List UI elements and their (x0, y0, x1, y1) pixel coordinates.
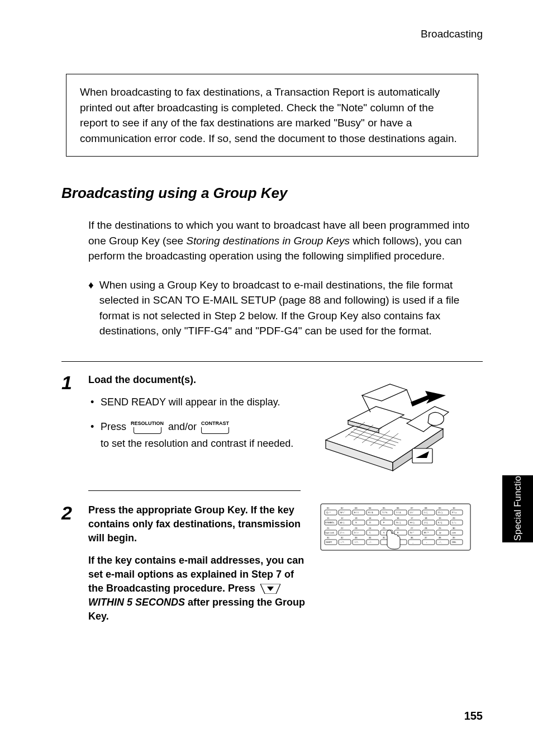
fax-machine-illustration (317, 373, 451, 474)
resolution-key-icon: RESOLUTION (131, 421, 164, 434)
step-1-b2-suffix: to set the resolution and contrast if ne… (101, 436, 293, 451)
intro-paragraph: If the destinations to which you want to… (88, 218, 483, 264)
step-2-heading-b: If the key contains e-mail addresses, yo… (88, 554, 306, 624)
svg-text:M / ?: M / ? (424, 532, 429, 534)
svg-text:17: 17 (411, 517, 413, 519)
svg-text:/ / \: / / \ (355, 541, 358, 544)
keyboard-illustration: 01020304050607080910 Q / !W / "E / #R / … (317, 503, 474, 632)
svg-line-7 (407, 390, 412, 404)
svg-text:DEL: DEL (452, 541, 457, 544)
svg-text:09: 09 (439, 507, 441, 509)
svg-rect-97 (367, 530, 379, 535)
header-section: Broadcasting (61, 28, 483, 40)
keyboard-icon: 01020304050607080910 Q / !W / "E / #R / … (320, 503, 471, 551)
svg-text:Caps Lock: Caps Lock (325, 532, 334, 534)
svg-text:05: 05 (383, 507, 386, 509)
svg-text:SYMBOL: SYMBOL (325, 521, 335, 524)
svg-text:Z / <: Z / < (340, 532, 344, 534)
svg-text:18: 18 (425, 517, 427, 519)
step-1-2-divider (88, 490, 301, 491)
svg-text:O / ): O / ) (438, 511, 442, 514)
svg-text:I / (: I / ( (424, 511, 427, 514)
svg-text:W / ": W / " (340, 511, 345, 514)
svg-marker-18 (411, 391, 446, 407)
svg-text:24: 24 (369, 527, 372, 530)
contrast-key-label: CONTRAST (201, 421, 229, 426)
svg-text:06: 06 (397, 507, 399, 509)
svg-text:10: 10 (453, 507, 455, 509)
svg-text:. / ,: . / , (439, 541, 442, 544)
svg-text:11: 11 (327, 517, 330, 519)
svg-text:@: @ (439, 532, 441, 534)
step-1-bullet-1: SEND READY will appear in the display. (101, 395, 306, 409)
svg-text:L / +: L / + (452, 521, 456, 524)
svg-text:.com: .com (451, 532, 456, 534)
svg-text:20: 20 (453, 517, 455, 519)
svg-text:K / ]: K / ] (438, 521, 442, 524)
step-1: 1 Load the document(s). SEND READY will … (61, 373, 483, 474)
svg-text:16: 16 (397, 517, 399, 519)
step-2-heading-a: Press the appropriate Group Key. If the … (88, 503, 306, 546)
step-2-number: 2 (61, 503, 77, 632)
step-1-number: 1 (61, 373, 77, 474)
svg-text:33: 33 (355, 536, 358, 539)
page-number: 155 (464, 710, 483, 722)
svg-text:28: 28 (425, 527, 427, 530)
section-title: Broadcasting using a Group Key (61, 185, 483, 202)
svg-text:36: 36 (411, 536, 413, 539)
svg-text:22: 22 (341, 527, 344, 530)
svg-text:38: 38 (439, 536, 441, 539)
svg-text:U / ': U / ' (410, 511, 414, 514)
svg-marker-5 (362, 384, 407, 401)
svg-text:35: 35 (383, 536, 386, 539)
svg-text:12: 12 (341, 517, 344, 519)
svg-text:15: 15 (383, 517, 386, 519)
svg-text:D: D (369, 521, 371, 524)
side-tab-label: 6. Special Functions (512, 466, 524, 551)
svg-rect-67 (367, 520, 379, 525)
svg-text:13: 13 (355, 517, 358, 519)
note-box: When broadcasting to fax destinations, a… (66, 74, 478, 157)
svg-text:04: 04 (369, 507, 372, 509)
svg-text:SHIFT: SHIFT (326, 541, 332, 544)
svg-text:S: S (355, 521, 357, 524)
svg-text:J / [: J / [ (424, 521, 428, 524)
svg-text:25: 25 (383, 527, 386, 530)
svg-text:E / #: E / # (354, 511, 359, 514)
down-arrow-key-icon (260, 584, 280, 594)
svg-text:21: 21 (327, 527, 330, 530)
svg-text:X / >: X / > (354, 532, 359, 534)
intro-italic-ref: Storing destinations in Group Keys (186, 235, 350, 247)
steps-separator (61, 361, 483, 362)
svg-text:C: C (369, 532, 371, 534)
step-1-bullet-2: Press RESOLUTION and/or CONTRAST to set … (101, 419, 306, 451)
svg-text:34: 34 (369, 536, 372, 539)
svg-text:19: 19 (439, 517, 441, 519)
chapter-side-tab: 6. Special Functions (502, 475, 533, 542)
svg-text:; / :: ; / : (369, 541, 372, 544)
svg-text:23: 23 (355, 527, 358, 530)
contrast-key-icon: CONTRAST (201, 421, 229, 434)
svg-text:02: 02 (341, 507, 344, 509)
step-2: 2 Press the appropriate Group Key. If th… (61, 503, 483, 632)
svg-text:~ / ^: ~ / ^ (340, 541, 344, 544)
svg-text:29: 29 (439, 527, 441, 530)
svg-text:N / *: N / * (410, 532, 415, 534)
svg-text:26: 26 (397, 527, 399, 530)
diamond-icon: ♦ (88, 277, 94, 339)
svg-text:07: 07 (411, 507, 413, 509)
svg-rect-68 (380, 520, 393, 525)
svg-text:31: 31 (327, 536, 330, 539)
fax-machine-icon (317, 373, 451, 474)
svg-text:Y / &: Y / & (396, 511, 401, 514)
svg-rect-129 (422, 540, 435, 545)
step-2-b-ital: WITHIN 5 SECONDS (88, 597, 185, 608)
step-1-heading: Load the document(s). (88, 373, 306, 387)
step-1-b2-prefix: Press (101, 419, 126, 434)
svg-rect-102 (436, 530, 449, 535)
svg-rect-128 (408, 540, 421, 545)
svg-text:G / {: G / { (396, 521, 401, 524)
svg-text:03: 03 (355, 507, 358, 509)
diamond-text: When using a Group Key to broadcast to e… (99, 277, 483, 339)
step-1-b2-mid: and/or (168, 419, 197, 434)
